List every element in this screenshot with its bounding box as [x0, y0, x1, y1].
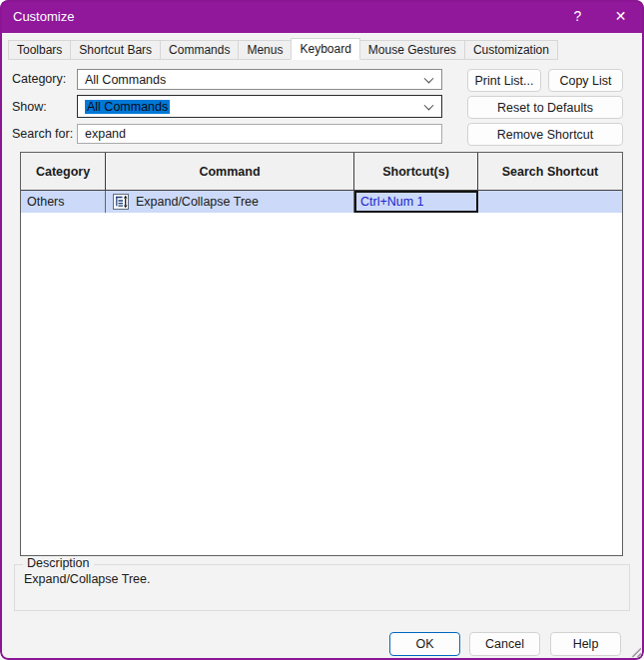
description-text: Expand/Collapse Tree. — [24, 572, 150, 586]
table-header-row: Category Command Shortcut(s) Search Shor… — [21, 153, 622, 191]
header-category: Category — [21, 153, 106, 191]
tab-toolbars[interactable]: Toolbars — [8, 40, 71, 60]
remove-shortcut-button[interactable]: Remove Shortcut — [467, 123, 623, 146]
header-shortcuts: Shortcut(s) — [354, 153, 478, 191]
tab-commands[interactable]: Commands — [160, 40, 239, 60]
expand-collapse-tree-icon — [113, 194, 129, 210]
chevron-down-icon — [424, 73, 434, 83]
tab-keyboard[interactable]: Keyboard — [291, 38, 359, 60]
cell-category[interactable]: Others — [21, 191, 106, 213]
resize-grip[interactable] — [628, 644, 642, 658]
description-groupbox: Description Expand/Collapse Tree. — [14, 564, 630, 611]
tab-shortcut-bars[interactable]: Shortcut Bars — [70, 40, 161, 60]
search-for-label: Search for: — [12, 127, 73, 141]
cell-command-label: Expand/Collapse Tree — [136, 195, 259, 209]
show-label: Show: — [12, 100, 47, 114]
cell-command[interactable]: Expand/Collapse Tree — [106, 191, 354, 213]
titlebar[interactable]: Customize ? ✕ — [0, 0, 644, 33]
header-command: Command — [106, 153, 354, 191]
shortcuts-table: Category Command Shortcut(s) Search Shor… — [20, 152, 623, 556]
copy-list-button[interactable]: Copy List — [548, 69, 623, 92]
help-button[interactable]: ? — [556, 0, 599, 32]
window-title: Customize — [13, 0, 74, 33]
reset-to-defaults-button[interactable]: Reset to Defaults — [467, 96, 623, 119]
cell-search-shortcut[interactable] — [478, 191, 622, 213]
close-button[interactable]: ✕ — [599, 0, 642, 32]
tab-customization[interactable]: Customization — [464, 40, 558, 60]
category-dropdown[interactable]: All Commands — [77, 69, 442, 90]
show-dropdown-value: All Commands — [85, 100, 170, 114]
ok-button[interactable]: OK — [389, 632, 460, 656]
tab-bar: Toolbars Shortcut Bars Commands Menus Ke… — [8, 38, 557, 60]
table-row[interactable]: Others Expand/Collapse Tree Ctrl+Num 1 — [21, 191, 622, 213]
chevron-down-icon — [424, 100, 434, 110]
customize-dialog: Customize ? ✕ Toolbars Shortcut Bars Com… — [0, 0, 644, 660]
show-dropdown[interactable]: All Commands — [77, 95, 442, 118]
search-input[interactable] — [77, 124, 442, 144]
header-search-shortcut: Search Shortcut — [478, 153, 622, 191]
cancel-button[interactable]: Cancel — [469, 632, 540, 656]
close-icon: ✕ — [615, 8, 627, 24]
help-button-footer[interactable]: Help — [550, 632, 621, 656]
tab-mouse-gestures[interactable]: Mouse Gestures — [359, 40, 465, 60]
category-label: Category: — [12, 72, 66, 86]
description-legend: Description — [23, 556, 94, 570]
category-dropdown-value: All Commands — [85, 73, 166, 87]
help-icon: ? — [574, 8, 582, 24]
print-list-button[interactable]: Print List... — [467, 69, 541, 92]
tab-menus[interactable]: Menus — [238, 40, 292, 60]
cell-shortcut[interactable]: Ctrl+Num 1 — [354, 191, 478, 213]
